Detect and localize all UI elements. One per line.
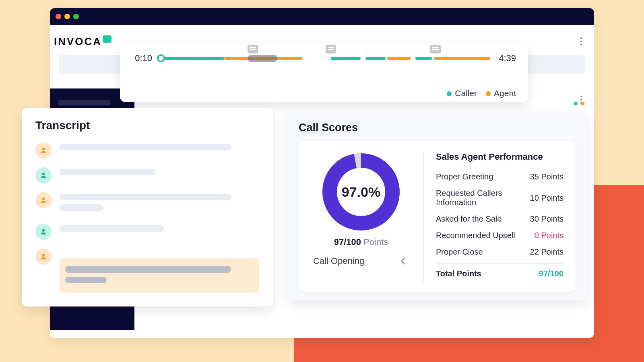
perf-label: Proper Greeting bbox=[436, 172, 493, 181]
timeline-track[interactable] bbox=[158, 53, 490, 63]
perf-value: 30 Points bbox=[530, 214, 564, 224]
performance-title: Sales Agent Performance bbox=[436, 152, 564, 162]
score-fraction: 97/100 bbox=[334, 237, 361, 247]
score-percent: 97.0% bbox=[321, 152, 401, 232]
timeline-start-time: 0:10 bbox=[132, 53, 152, 64]
brand-text: INVOCA bbox=[54, 35, 102, 48]
perf-value: 22 Points bbox=[530, 247, 564, 257]
transcript-row-highlight[interactable] bbox=[35, 249, 259, 293]
transcript-card: Transcript bbox=[22, 108, 273, 306]
call-scores-title: Call Scores bbox=[299, 121, 576, 134]
points-word: Points bbox=[363, 237, 388, 247]
legend-agent: Agent bbox=[494, 88, 516, 98]
comment-marker-icon[interactable] bbox=[248, 45, 258, 53]
chevron-left-icon[interactable] bbox=[398, 255, 409, 267]
call-timeline-card: 0:10 4:39 Caller Agent bbox=[120, 43, 528, 102]
brand-bubble-icon bbox=[103, 35, 111, 43]
transcript-row bbox=[35, 192, 259, 215]
performance-row: Asked for the Sale30 Points bbox=[436, 211, 564, 227]
caller-avatar-icon bbox=[35, 224, 52, 240]
performance-row: Proper Greeting35 Points bbox=[436, 169, 564, 185]
window-close-dot[interactable] bbox=[56, 14, 61, 19]
brand-logo: INVOCA bbox=[54, 35, 111, 48]
window-titlebar bbox=[50, 8, 594, 25]
total-label: Total Points bbox=[436, 269, 481, 278]
transcript-row bbox=[35, 167, 259, 183]
transcript-row bbox=[35, 142, 259, 158]
caller-avatar-icon bbox=[35, 167, 52, 183]
performance-row: Recommended Upsell0 Points bbox=[436, 227, 564, 244]
timeline-legend: Caller Agent bbox=[447, 88, 516, 98]
total-value: 97/100 bbox=[539, 269, 564, 278]
comment-marker-icon[interactable] bbox=[326, 45, 336, 53]
performance-total-row: Total Points 97/100 bbox=[436, 265, 564, 282]
transcript-title: Transcript bbox=[35, 119, 259, 132]
window-max-dot[interactable] bbox=[73, 14, 79, 19]
timeline-end-time: 4:39 bbox=[496, 53, 516, 64]
agent-avatar-icon bbox=[35, 249, 52, 265]
perf-value: 35 Points bbox=[530, 172, 564, 181]
score-section-label: Call Opening bbox=[313, 256, 364, 266]
window-min-dot[interactable] bbox=[64, 14, 70, 19]
playhead[interactable] bbox=[157, 54, 165, 62]
agent-avatar-icon bbox=[35, 142, 52, 158]
perf-label: Proper Close bbox=[436, 247, 483, 257]
performance-row: Proper Close22 Points bbox=[436, 244, 564, 260]
perf-label: Asked for the Sale bbox=[436, 214, 502, 224]
comment-marker-icon[interactable] bbox=[430, 45, 441, 53]
transcript-row bbox=[35, 224, 259, 240]
performance-row: Requested Callers Information10 Points bbox=[436, 185, 564, 211]
call-scores-card: 97.0% 97/100 Points Call Opening Sales A… bbox=[299, 141, 576, 292]
call-scores-panel: Call Scores 97.0% 97/100 Points Call Ope… bbox=[287, 112, 588, 300]
legend-mini bbox=[574, 102, 584, 105]
scrub-handle[interactable] bbox=[248, 55, 277, 62]
perf-value: 0 Points bbox=[535, 231, 564, 240]
perf-value: 10 Points bbox=[530, 193, 564, 203]
agent-avatar-icon bbox=[35, 192, 52, 208]
score-donut-chart: 97.0% bbox=[321, 152, 401, 232]
perf-label: Requested Callers Information bbox=[436, 189, 530, 207]
kebab-menu-button[interactable] bbox=[577, 37, 585, 45]
perf-label: Recommended Upsell bbox=[436, 231, 515, 240]
sidebar-item[interactable] bbox=[58, 100, 110, 105]
legend-caller: Caller bbox=[455, 88, 477, 98]
